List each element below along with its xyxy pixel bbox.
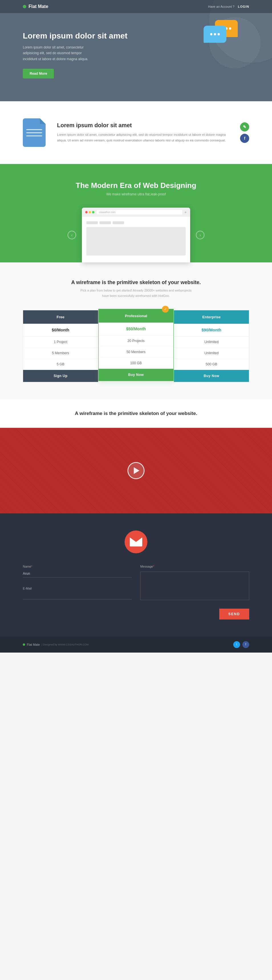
skeleton-title: A wireframe is the primitive skeleton of… bbox=[23, 411, 249, 417]
plan-feature-pro-2: 50 Members bbox=[99, 347, 173, 358]
social-twitter-icon[interactable]: t bbox=[233, 641, 240, 648]
pricing-card-pro: ✓ Professional $50/Month 20 Projects 50 … bbox=[99, 309, 174, 381]
mail-envelope-icon bbox=[130, 537, 142, 546]
chat-bubbles bbox=[204, 20, 238, 48]
signup-button[interactable]: Sign Up bbox=[23, 370, 98, 382]
prev-arrow[interactable]: ‹ bbox=[68, 231, 76, 239]
doc-line-3 bbox=[26, 135, 42, 136]
brand-logo: Flat Mate bbox=[23, 4, 48, 9]
feature-section: Lorem ipsum dolor sit amet Lorem ipsum d… bbox=[0, 101, 272, 164]
edit-button[interactable]: ✎ bbox=[240, 123, 249, 132]
next-arrow[interactable]: › bbox=[196, 231, 204, 239]
mock-nav-1 bbox=[86, 221, 98, 224]
plan-feature-pro-3: 100 GB bbox=[99, 358, 173, 369]
mock-nav-3 bbox=[113, 221, 124, 224]
chat-bubble-blue bbox=[204, 25, 226, 43]
plan-feature-free-3: 5 GB bbox=[23, 359, 98, 370]
contact-form: Name* Message* E-Mail SEND bbox=[23, 565, 249, 619]
email-input[interactable] bbox=[23, 592, 132, 600]
footer-brand-dot bbox=[23, 643, 25, 646]
plan-name-free: Free bbox=[23, 310, 98, 324]
nav-right: Have an Account ? LOGIN bbox=[208, 5, 249, 8]
plan-price-free: $0/Month bbox=[23, 324, 98, 337]
send-button[interactable]: SEND bbox=[219, 609, 249, 619]
bubble-dots-blue bbox=[210, 33, 220, 35]
mock-banner bbox=[86, 227, 186, 256]
contact-section: Name* Message* E-Mail SEND bbox=[0, 513, 272, 636]
plan-name-pro: Professional bbox=[99, 309, 173, 323]
footer-copyright: | Designed by WWW.CSSAUTHOR.COM bbox=[41, 643, 89, 646]
featured-badge: ✓ bbox=[162, 306, 169, 313]
login-button[interactable]: LOGIN bbox=[238, 5, 249, 8]
browser-content bbox=[82, 217, 190, 262]
feature-actions: ✎ f bbox=[240, 123, 249, 143]
name-label: Name* bbox=[23, 565, 132, 568]
plan-price-pro: $50/Month bbox=[99, 323, 173, 336]
pricing-card-free: Free $0/Month 1 Project 5 Members 5 GB S… bbox=[23, 310, 99, 382]
dot-red bbox=[85, 211, 87, 213]
name-input[interactable] bbox=[23, 570, 132, 578]
navbar: Flat Mate Have an Account ? LOGIN bbox=[0, 0, 272, 13]
brand-dot bbox=[23, 5, 26, 8]
mock-nav-2 bbox=[100, 221, 111, 224]
plan-feature-ent-2: Unlimited bbox=[174, 348, 249, 359]
skeleton-section: A wireframe is the primitive skeleton of… bbox=[0, 399, 272, 428]
message-input[interactable] bbox=[140, 571, 249, 600]
browser-add-tab: + bbox=[185, 210, 187, 215]
plan-feature-free-2: 5 Members bbox=[23, 348, 98, 359]
buynow-button-enterprise[interactable]: Buy Now bbox=[174, 370, 249, 382]
read-more-button[interactable]: Read More bbox=[23, 69, 54, 78]
account-text: Have an Account ? bbox=[208, 5, 234, 8]
dot-green bbox=[92, 211, 94, 213]
pricing-subtitle: Pick a plan from below to get started! A… bbox=[23, 288, 249, 298]
send-button-wrap: SEND bbox=[140, 609, 249, 619]
feature-icon-wrap bbox=[23, 118, 46, 147]
pricing-section: A wireframe is the primitive skeleton of… bbox=[0, 262, 272, 399]
feature-description: Lorem ipsum dolor sit amet, consectetur … bbox=[57, 132, 229, 143]
mail-icon-wrap bbox=[23, 530, 249, 553]
pricing-cards: Free $0/Month 1 Project 5 Members 5 GB S… bbox=[23, 310, 249, 382]
plan-feature-ent-1: Unlimited bbox=[174, 337, 249, 348]
pricing-card-enterprise: Enterprise $90/Month Unlimited Unlimited… bbox=[173, 310, 249, 382]
message-field-group: Message* bbox=[140, 565, 249, 600]
hero-illustration bbox=[204, 20, 238, 48]
wireframe-title: The Modern Era of Web Designing bbox=[23, 181, 249, 190]
play-triangle-icon bbox=[134, 467, 139, 474]
footer: Flat Mate | Designed by WWW.CSSAUTHOR.CO… bbox=[0, 636, 272, 652]
browser-url: cssauthor.com bbox=[97, 210, 182, 215]
mock-navbar bbox=[86, 221, 186, 224]
video-section bbox=[0, 428, 272, 513]
plan-feature-free-1: 1 Project bbox=[23, 337, 98, 348]
brand-name: Flat Mate bbox=[29, 4, 48, 9]
feature-text: Lorem ipsum dolor sit amet Lorem ipsum d… bbox=[57, 122, 229, 143]
document-icon bbox=[23, 118, 46, 147]
footer-social: t f bbox=[233, 641, 249, 648]
email-label: E-Mail bbox=[23, 587, 132, 590]
hero-section: Flat Mate Have an Account ? LOGIN Lorem … bbox=[0, 0, 272, 101]
browser-dots bbox=[85, 211, 94, 213]
dot-yellow bbox=[89, 211, 91, 213]
message-label: Message* bbox=[140, 565, 249, 568]
plan-feature-ent-3: 500 GB bbox=[174, 359, 249, 370]
wireframe-nav: ‹ cssauthor.com + › bbox=[23, 208, 249, 262]
pricing-title: A wireframe is the primitive skeleton of… bbox=[23, 280, 249, 285]
plan-price-enterprise: $90/Month bbox=[174, 324, 249, 337]
plan-name-enterprise: Enterprise bbox=[174, 310, 249, 324]
footer-brand: Flat Mate | Designed by WWW.CSSAUTHOR.CO… bbox=[23, 643, 89, 646]
doc-line-1 bbox=[26, 129, 42, 130]
browser-mockup: cssauthor.com + bbox=[82, 208, 190, 262]
mail-circle bbox=[125, 530, 147, 553]
plan-feature-pro-1: 20 Projects bbox=[99, 336, 173, 347]
name-field-group: Name* bbox=[23, 565, 132, 578]
buynow-button-pro[interactable]: Buy Now bbox=[99, 369, 173, 381]
wireframe-subtitle: We make wireframe ultra flat,leak-proof bbox=[23, 192, 249, 196]
email-field-group: E-Mail bbox=[23, 587, 132, 600]
hero-description: Lorem ipsum dolor sit amet, consectetur … bbox=[23, 45, 91, 62]
wireframe-section: The Modern Era of Web Designing We make … bbox=[0, 164, 272, 262]
browser-bar: cssauthor.com + bbox=[82, 208, 190, 217]
play-button[interactable] bbox=[127, 462, 145, 479]
facebook-button[interactable]: f bbox=[240, 134, 249, 143]
feature-title: Lorem ipsum dolor sit amet bbox=[57, 122, 229, 129]
social-facebook-icon[interactable]: f bbox=[242, 641, 249, 648]
doc-line-2 bbox=[26, 132, 42, 133]
